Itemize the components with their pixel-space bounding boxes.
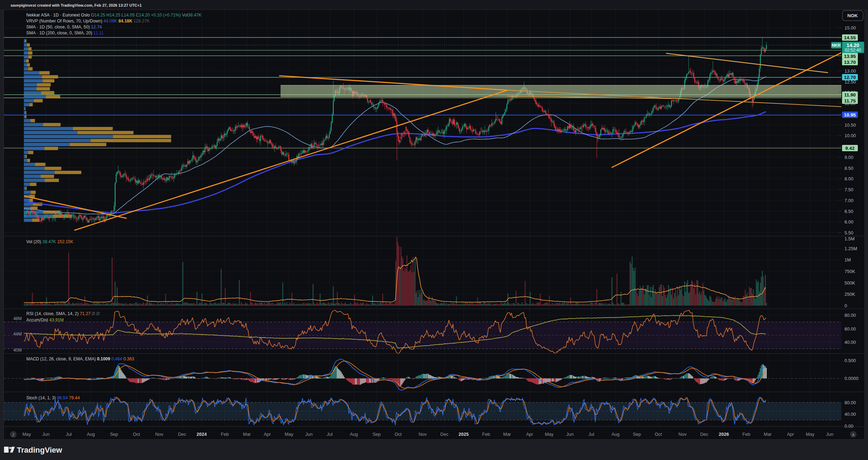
svg-text:14.20: 14.20: [847, 42, 859, 48]
svg-text:8.00: 8.00: [845, 176, 853, 181]
svg-text:Aug: Aug: [87, 432, 95, 437]
svg-text:9.42: 9.42: [845, 146, 854, 151]
svg-text:9.00: 9.00: [845, 155, 853, 160]
svg-text:Nov: Nov: [418, 432, 427, 437]
svg-text:6.00: 6.00: [845, 219, 853, 225]
svg-text:40.00: 40.00: [845, 412, 856, 417]
svg-text:750K: 750K: [845, 269, 855, 274]
svg-text:savepiginvest created with Tra: savepiginvest created with TradingView.c…: [11, 3, 142, 7]
svg-text:Accum/Dist 43.91M: Accum/Dist 43.91M: [26, 318, 64, 322]
svg-text:Jun: Jun: [42, 432, 50, 437]
svg-text:May: May: [545, 432, 554, 437]
svg-text:80.00: 80.00: [845, 400, 856, 405]
svg-text:Vol (20) 38.47K 152.15K: Vol (20) 38.47K 152.15K: [26, 239, 74, 244]
svg-text:11.90: 11.90: [844, 92, 856, 98]
svg-text:Apr: Apr: [526, 432, 533, 437]
svg-text:14.55: 14.55: [844, 35, 856, 40]
svg-text:Oct: Oct: [133, 432, 140, 437]
svg-text:RSI (14, close, SMA, 14, 2) 71: RSI (14, close, SMA, 14, 2) 71.27 Ø Ø: [26, 311, 100, 316]
svg-text:Aug: Aug: [611, 432, 619, 437]
svg-text:A: A: [852, 433, 855, 437]
svg-text:5.50: 5.50: [845, 230, 853, 235]
svg-text:8.50: 8.50: [845, 166, 853, 171]
svg-text:1M: 1M: [845, 257, 851, 262]
svg-text:48M: 48M: [13, 316, 22, 321]
svg-text:13.00: 13.00: [845, 68, 856, 74]
svg-text:7.00: 7.00: [845, 198, 853, 203]
svg-text:SMA · 1D (200, close, 0, SMA,: SMA · 1D (200, close, 0, SMA, 20) 11.11: [26, 31, 103, 35]
svg-text:NKR: NKR: [832, 43, 841, 47]
svg-text:NOK: NOK: [847, 13, 858, 18]
svg-text:Jun: Jun: [826, 432, 834, 437]
svg-text:80.00: 80.00: [845, 313, 856, 318]
svg-text:Sep: Sep: [110, 432, 118, 437]
svg-text:Stoch (14, 1, 3) 86.54 79.44: Stoch (14, 1, 3) 86.54 79.44: [26, 395, 80, 400]
svg-text:10.95: 10.95: [844, 112, 856, 118]
svg-text:Jun: Jun: [305, 432, 313, 437]
svg-text:Nekkar ASA · 1D · Euronext Osl: Nekkar ASA · 1D · Euronext Oslo O14.25 H…: [26, 13, 202, 18]
svg-text:Mar: Mar: [764, 432, 772, 437]
svg-text:Dec: Dec: [440, 432, 449, 437]
svg-text:Jul: Jul: [66, 432, 72, 437]
svg-text:15.00: 15.00: [845, 25, 856, 31]
svg-text:May: May: [22, 432, 31, 437]
svg-text:MACD (12, 26, close, 9, EMA, E: MACD (12, 26, close, 9, EMA, EMA) 0.1009…: [26, 356, 134, 361]
svg-text:Feb: Feb: [482, 432, 490, 437]
svg-text:Feb: Feb: [742, 432, 750, 437]
svg-text:Feb: Feb: [221, 432, 229, 437]
svg-text:Jul: Jul: [327, 432, 333, 437]
svg-text:0.500: 0.500: [845, 358, 856, 363]
svg-text:Aug: Aug: [350, 432, 358, 437]
svg-text:40.00: 40.00: [845, 340, 856, 345]
svg-text:Jul: Jul: [588, 432, 594, 437]
svg-text:Dec: Dec: [178, 432, 186, 437]
svg-text:40M: 40M: [13, 348, 22, 353]
svg-text:Oct: Oct: [395, 432, 402, 437]
svg-text:2024: 2024: [197, 432, 207, 437]
svg-text:1.5M: 1.5M: [845, 236, 855, 241]
svg-text:10.00: 10.00: [845, 133, 856, 138]
svg-text:500K: 500K: [845, 280, 855, 286]
svg-text:VRVP (Number Of Rows, 70, Up/D: VRVP (Number Of Rows, 70, Up/Down) 44.09…: [26, 19, 150, 24]
svg-text:0.0000: 0.0000: [845, 376, 859, 381]
svg-text:Jun: Jun: [566, 432, 574, 437]
svg-text:SMA · 1D (50, close, 0, SMA, 5: SMA · 1D (50, close, 0, SMA, 50) 12.74: [26, 25, 102, 29]
svg-text:May: May: [806, 432, 815, 437]
svg-text:May: May: [285, 432, 294, 437]
svg-text:02:52:40: 02:52:40: [845, 48, 861, 53]
svg-text:11.75: 11.75: [844, 98, 856, 104]
svg-text:60.00: 60.00: [845, 326, 856, 332]
svg-text:0: 0: [845, 303, 847, 308]
svg-text:12.70: 12.70: [844, 75, 856, 80]
svg-text:2026: 2026: [719, 432, 729, 437]
svg-text:44M: 44M: [13, 332, 22, 336]
svg-text:Sep: Sep: [372, 432, 381, 437]
svg-text:Sep: Sep: [633, 432, 641, 437]
svg-text:Mar: Mar: [503, 432, 511, 437]
svg-text:7.50: 7.50: [845, 187, 853, 192]
svg-text:TradingView: TradingView: [17, 446, 62, 454]
svg-text:Dec: Dec: [700, 432, 708, 437]
svg-text:1.25M: 1.25M: [845, 246, 857, 251]
svg-text:Nov: Nov: [678, 432, 687, 437]
svg-text:Nov: Nov: [155, 432, 163, 437]
svg-text:Apr: Apr: [787, 432, 794, 437]
svg-text:Apr: Apr: [264, 432, 271, 437]
svg-text:13.95: 13.95: [844, 54, 856, 59]
svg-text:Oct: Oct: [655, 432, 662, 437]
svg-text:13.70: 13.70: [844, 60, 856, 65]
svg-text:6.50: 6.50: [845, 209, 853, 214]
svg-text:Z: Z: [12, 433, 15, 437]
svg-text:250K: 250K: [845, 292, 855, 297]
svg-text:2025: 2025: [459, 432, 469, 437]
svg-text:0.00: 0.00: [845, 424, 853, 429]
svg-text:10.50: 10.50: [845, 122, 856, 128]
svg-text:Mar: Mar: [243, 432, 251, 437]
